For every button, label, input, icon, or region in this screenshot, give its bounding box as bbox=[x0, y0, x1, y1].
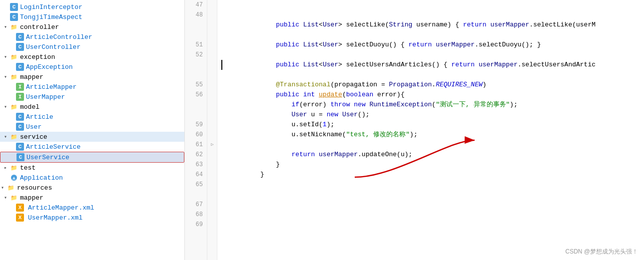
interface-icon: I bbox=[16, 83, 24, 91]
tree-label: exception bbox=[20, 53, 55, 61]
class-icon: C bbox=[16, 143, 24, 151]
folder-icon: 📁 bbox=[10, 164, 18, 172]
xml-icon: X bbox=[16, 204, 24, 212]
tree-item-exception[interactable]: ▾ 📁 exception bbox=[0, 52, 184, 62]
tree-label: mapper bbox=[20, 194, 43, 202]
tree-item-controller[interactable]: ▾ 📁 controller bbox=[0, 22, 184, 32]
tree-item-service[interactable]: ▾ 📁 service bbox=[0, 132, 184, 142]
tree-label: mapper bbox=[20, 73, 43, 81]
tree-label: UserMapper bbox=[26, 93, 65, 101]
tree-item-articleMapperXml[interactable]: X ArticleMapper.xml bbox=[0, 203, 184, 213]
code-line-56: public List<User> selectUsersAndArticles… bbox=[221, 50, 644, 60]
code-line-52: public List<User> selectDuoyu() { return… bbox=[221, 30, 644, 40]
tree-item-model[interactable]: ▾ 📁 model bbox=[0, 102, 184, 112]
tree-item-articleController[interactable]: C ArticleController bbox=[0, 32, 184, 42]
expand-arrow: ▾ bbox=[4, 74, 10, 80]
tree-item-userService[interactable]: C UserService bbox=[0, 152, 184, 163]
class-icon: C bbox=[16, 153, 24, 161]
expand-arrow: ▾ bbox=[1, 185, 7, 191]
tree-item-loginInterceptor[interactable]: C LoginInterceptor bbox=[0, 2, 184, 12]
xml-icon: X bbox=[16, 214, 24, 222]
tree-label: Article bbox=[26, 113, 53, 121]
code-line-60: @Transactional(propagation = Propagation… bbox=[221, 70, 644, 80]
class-icon: C bbox=[16, 33, 24, 41]
expand-arrow: ▾ bbox=[4, 134, 10, 140]
app-icon: A bbox=[10, 174, 18, 182]
editor-gutter: ▷ bbox=[207, 0, 217, 260]
tree-label: TongjiTimeAspect bbox=[20, 13, 82, 21]
folder-icon: 📁 bbox=[10, 103, 18, 111]
tree-label: controller bbox=[20, 23, 59, 31]
class-icon: C bbox=[16, 43, 24, 51]
watermark: CSDN @梦想成为光头强！ bbox=[565, 248, 638, 256]
code-line-67: return userMapper.updateOne(u); bbox=[221, 140, 644, 150]
tree-item-articleService[interactable]: C ArticleService bbox=[0, 142, 184, 152]
class-icon: C bbox=[16, 63, 24, 71]
tree-label: service bbox=[20, 133, 47, 141]
class-icon: C bbox=[16, 113, 24, 121]
tree-item-appException[interactable]: C AppException bbox=[0, 62, 184, 72]
expand-arrow: ▾ bbox=[4, 104, 10, 110]
expand-arrow: ▸ bbox=[4, 165, 10, 171]
tree-label: test bbox=[20, 164, 35, 172]
code-editor[interactable]: 47 48 49 50 51 52 53 54 55 56 57 58 59 6… bbox=[185, 0, 644, 260]
tree-item-resources[interactable]: ▾ 📁 resources bbox=[0, 183, 184, 193]
tree-item-mapper-res[interactable]: ▾ 📁 mapper bbox=[0, 193, 184, 203]
folder-icon: 📁 bbox=[10, 53, 18, 61]
folder-icon: 📁 bbox=[10, 73, 18, 81]
expand-arrow: ▾ bbox=[4, 54, 10, 60]
tree-label: resources bbox=[17, 184, 52, 192]
code-line-48: public List<User> selectLike(String user… bbox=[221, 10, 644, 20]
code-content[interactable]: public List<User> selectLike(String user… bbox=[217, 0, 644, 260]
class-icon: C bbox=[10, 3, 18, 11]
tree-label: User bbox=[26, 123, 41, 131]
tree-item-userMapperXml[interactable]: X UserMapper.xml bbox=[0, 213, 184, 223]
tree-label: ArticleMapper.xml bbox=[28, 204, 94, 212]
folder-icon: 📁 bbox=[10, 194, 18, 202]
tree-item-test[interactable]: ▸ 📁 test bbox=[0, 163, 184, 173]
tree-label: LoginInterceptor bbox=[20, 3, 82, 11]
folder-icon: 📁 bbox=[10, 23, 18, 31]
tree-label: AppException bbox=[26, 63, 73, 71]
tree-label: ArticleMapper bbox=[26, 83, 76, 91]
tree-label: Application bbox=[20, 174, 63, 182]
tree-item-article[interactable]: C Article bbox=[0, 112, 184, 122]
class-icon: C bbox=[10, 13, 18, 21]
tree-label: UserService bbox=[26, 154, 69, 161]
tree-label: UserController bbox=[26, 43, 80, 51]
tree-item-user[interactable]: C User bbox=[0, 122, 184, 132]
tree-item-userController[interactable]: C UserController bbox=[0, 42, 184, 52]
svg-text:A: A bbox=[12, 176, 15, 181]
folder-icon: 📁 bbox=[10, 133, 18, 141]
tree-item-application[interactable]: A Application bbox=[0, 173, 184, 183]
tree-label: ArticleController bbox=[26, 33, 92, 41]
editor-panel: 47 48 49 50 51 52 53 54 55 56 57 58 59 6… bbox=[185, 0, 644, 260]
tree-item-articleMapper[interactable]: I ArticleMapper bbox=[0, 82, 184, 92]
tree-item-userMapper[interactable]: I UserMapper bbox=[0, 92, 184, 102]
file-tree[interactable]: C LoginInterceptor C TongjiTimeAspect ▾ … bbox=[0, 0, 185, 260]
expand-arrow: ▾ bbox=[4, 195, 10, 201]
tree-label: model bbox=[20, 103, 39, 111]
tree-item-mapper[interactable]: ▾ 📁 mapper bbox=[0, 72, 184, 82]
interface-icon: I bbox=[16, 93, 24, 101]
tree-label: ArticleService bbox=[26, 143, 80, 151]
tree-label: UserMapper.xml bbox=[28, 214, 82, 222]
folder-icon: 📁 bbox=[7, 184, 15, 192]
code-line-69: } bbox=[221, 160, 644, 170]
class-icon: C bbox=[16, 123, 24, 131]
code-line-47 bbox=[221, 0, 644, 10]
line-numbers: 47 48 49 50 51 52 53 54 55 56 57 58 59 6… bbox=[185, 0, 207, 260]
expand-arrow: ▾ bbox=[4, 24, 10, 30]
tree-item-tongjiTimeAspect[interactable]: C TongjiTimeAspect bbox=[0, 12, 184, 22]
